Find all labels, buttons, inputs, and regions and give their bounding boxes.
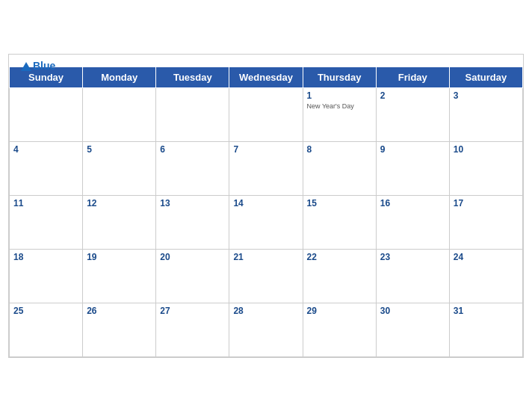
- day-number: 8: [307, 144, 372, 155]
- calendar-cell: 15: [303, 195, 376, 249]
- weekday-header-thursday: Thursday: [303, 67, 376, 87]
- day-number: 16: [380, 198, 445, 208]
- day-number: 19: [87, 252, 152, 262]
- day-number: 23: [380, 252, 445, 262]
- weekday-header-tuesday: Tuesday: [156, 67, 229, 87]
- calendar-cell: 23: [376, 249, 449, 303]
- day-number: 27: [160, 306, 225, 316]
- day-number: 20: [160, 252, 225, 262]
- calendar-cell: 26: [83, 303, 156, 356]
- calendar-cell: 3: [449, 87, 522, 141]
- day-number: 1: [307, 90, 372, 101]
- calendar-cell: 4: [10, 141, 83, 195]
- day-number: 15: [307, 198, 372, 208]
- week-row-2: 45678910: [10, 141, 523, 195]
- calendar-cell: 27: [156, 303, 229, 356]
- calendar-cell: 12: [83, 195, 156, 249]
- day-number: 18: [13, 252, 78, 262]
- weekday-header-saturday: Saturday: [449, 67, 522, 87]
- day-number: 10: [454, 144, 519, 155]
- calendar-cell: 7: [229, 141, 303, 195]
- day-number: 31: [454, 306, 519, 316]
- day-number: 24: [454, 252, 519, 262]
- calendar-cell: [10, 87, 83, 141]
- calendar-cell: 30: [376, 303, 449, 356]
- calendar-cell: 25: [10, 303, 83, 356]
- calendar-cell: 17: [449, 195, 522, 249]
- weekday-header-row: SundayMondayTuesdayWednesdayThursdayFrid…: [10, 67, 523, 87]
- calendar-cell: 22: [303, 249, 376, 303]
- weekday-header-friday: Friday: [376, 67, 449, 87]
- day-number: 5: [87, 144, 152, 155]
- calendar-cell: 14: [229, 195, 303, 249]
- week-row-5: 25262728293031: [10, 303, 523, 356]
- calendar: Blue SundayMondayTuesdayWednesdayThursda…: [8, 54, 524, 358]
- calendar-cell: 21: [229, 249, 303, 303]
- day-number: 29: [307, 306, 372, 316]
- calendar-cell: 24: [449, 249, 522, 303]
- day-number: 21: [233, 252, 298, 262]
- calendar-cell: 29: [303, 303, 376, 356]
- weekday-header-wednesday: Wednesday: [229, 67, 303, 87]
- calendar-cell: 8: [303, 141, 376, 195]
- day-number: 25: [13, 306, 78, 316]
- day-number: 4: [13, 144, 78, 155]
- day-number: 13: [160, 198, 225, 208]
- calendar-header: Blue: [9, 55, 523, 67]
- day-number: 7: [233, 144, 298, 155]
- logo: Blue: [21, 61, 55, 72]
- calendar-cell: 5: [83, 141, 156, 195]
- calendar-cell: 16: [376, 195, 449, 249]
- day-number: 22: [307, 252, 372, 262]
- calendar-cell: 31: [449, 303, 522, 356]
- weekday-header-monday: Monday: [83, 67, 156, 87]
- calendar-cell: 20: [156, 249, 229, 303]
- calendar-cell: 2: [376, 87, 449, 141]
- day-number: 3: [454, 90, 519, 101]
- calendar-cell: 13: [156, 195, 229, 249]
- day-number: 28: [233, 306, 298, 316]
- week-row-3: 11121314151617: [10, 195, 523, 249]
- week-row-4: 18192021222324: [10, 249, 523, 303]
- calendar-cell: 11: [10, 195, 83, 249]
- calendar-cell: 28: [229, 303, 303, 356]
- day-number: 26: [87, 306, 152, 316]
- day-number: 30: [380, 306, 445, 316]
- day-number: 11: [13, 198, 78, 208]
- day-number: 6: [160, 144, 225, 155]
- calendar-cell: 10: [449, 141, 522, 195]
- calendar-cell: [156, 87, 229, 141]
- calendar-cell: [229, 87, 303, 141]
- day-number: 14: [233, 198, 298, 208]
- svg-marker-0: [21, 62, 31, 71]
- day-number: 12: [87, 198, 152, 208]
- calendar-cell: [83, 87, 156, 141]
- calendar-cell: 18: [10, 249, 83, 303]
- calendar-cell: 19: [83, 249, 156, 303]
- calendar-cell: 6: [156, 141, 229, 195]
- logo-blue-text: Blue: [21, 61, 55, 72]
- day-number: 17: [454, 198, 519, 208]
- holiday-label: New Year's Day: [307, 102, 372, 110]
- week-row-1: 1New Year's Day23: [10, 87, 523, 141]
- day-number: 2: [380, 90, 445, 101]
- calendar-cell: 9: [376, 141, 449, 195]
- calendar-cell: 1New Year's Day: [303, 87, 376, 141]
- calendar-grid: SundayMondayTuesdayWednesdayThursdayFrid…: [9, 67, 523, 357]
- day-number: 9: [380, 144, 445, 155]
